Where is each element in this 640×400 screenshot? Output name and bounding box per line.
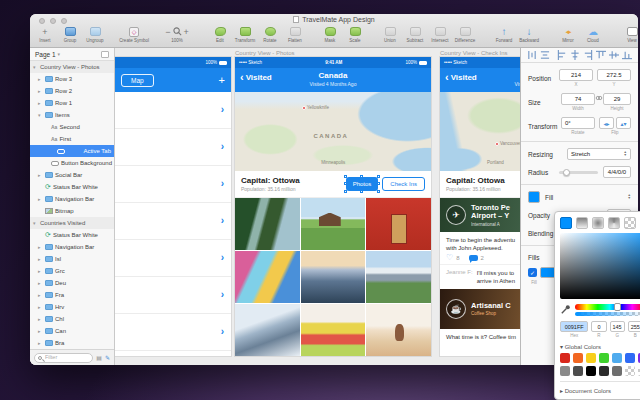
map-tab-button[interactable]: Map <box>121 74 154 87</box>
width-field[interactable]: 74 <box>561 93 595 105</box>
rotate-field[interactable]: 0° <box>561 117 595 129</box>
check-ins-tab-button[interactable]: Check Ins <box>382 177 425 191</box>
layer-status-bar-white-2[interactable]: ⟳Status Bar White <box>30 229 114 241</box>
fill-enabled-checkbox[interactable]: ✓ <box>528 268 537 277</box>
color-swatch[interactable] <box>612 353 622 363</box>
intersect-button[interactable]: Intersect <box>431 26 449 43</box>
distribute-horizontal-icon[interactable] <box>527 50 537 60</box>
pages-icon[interactable]: ▤ <box>96 354 102 361</box>
country-row[interactable]: › <box>115 166 231 203</box>
lock-ratio-icon[interactable] <box>595 94 603 102</box>
height-field[interactable]: 29 <box>603 93 631 105</box>
layer-deu[interactable]: ▸Deu <box>30 277 114 289</box>
mirror-button[interactable]: ◂▸Mirror <box>559 26 577 43</box>
layer-active-tab[interactable]: Active Tab <box>30 145 114 157</box>
layer-second[interactable]: AaSecond <box>30 121 114 133</box>
red-input[interactable]: 0 <box>591 321 606 332</box>
artboard-country-view-photos[interactable]: ••••• Sketch 9:41 AM 100% ‹Visited Canad… <box>235 57 431 356</box>
color-swatch[interactable] <box>599 353 609 363</box>
photo-thumb[interactable] <box>301 198 366 250</box>
photo-thumb[interactable] <box>301 251 366 303</box>
saturation-brightness-picker[interactable] <box>560 233 640 299</box>
insert-button[interactable]: +Insert <box>36 26 54 43</box>
layer-social-bar[interactable]: ▸Social Bar <box>30 169 114 181</box>
color-swatch[interactable] <box>599 366 609 376</box>
panel-toggle-icon[interactable] <box>101 51 109 58</box>
eyedropper-icon[interactable] <box>560 304 571 315</box>
layer-bra[interactable]: ▸Bra <box>30 337 114 349</box>
layer-items[interactable]: ▾Items <box>30 109 114 121</box>
radius-slider[interactable] <box>559 171 598 174</box>
color-swatch[interactable] <box>573 366 583 376</box>
layer-first[interactable]: AaFirst <box>30 133 114 145</box>
layer-artboard-countries-visited[interactable]: ▾Countries Visited <box>30 217 114 229</box>
photo-thumb[interactable] <box>235 198 300 250</box>
photo-thumb[interactable] <box>235 304 300 356</box>
page-selector[interactable]: Page 1▾ <box>30 48 114 61</box>
layer-navigation-bar[interactable]: ▸Navigation Bar <box>30 193 114 205</box>
checkin-card-coffee[interactable]: ☕ Artisanal C Coffee Shop <box>440 289 520 329</box>
position-y-field[interactable]: 272.5 <box>597 69 631 81</box>
linear-gradient-tab[interactable] <box>576 217 588 229</box>
document-colors-header[interactable]: ▸ Document Colors <box>560 387 640 394</box>
union-button[interactable]: Union <box>381 26 399 43</box>
rotate-button[interactable]: Rotate <box>261 26 279 43</box>
alpha-slider[interactable] <box>575 312 640 316</box>
map-canada[interactable]: Yellowknife CANADA Minneapolis <box>235 92 431 171</box>
photo-thumb[interactable] <box>301 304 366 356</box>
align-bottom-icon[interactable] <box>622 50 632 60</box>
layer-artboard-country-view-photos[interactable]: ▾Country View - Photos <box>30 61 114 73</box>
layer-row-3[interactable]: ▸Row 3 <box>30 73 114 85</box>
map-west-coast[interactable]: Vancouver Portland <box>440 92 520 171</box>
add-icon[interactable]: + <box>219 74 225 86</box>
pencil-icon[interactable]: ✎ <box>105 354 110 361</box>
artboard2-label[interactable]: Country View - Photos <box>235 50 295 56</box>
green-input[interactable]: 145 <box>610 321 625 332</box>
layer-isl[interactable]: ▸Isl <box>30 253 114 265</box>
zoom-out-icon[interactable]: − <box>165 27 170 37</box>
difference-button[interactable]: Difference <box>456 26 474 43</box>
group-button[interactable]: Group <box>61 26 79 43</box>
layer-navigation-bar-2[interactable]: ▸Navigation Bar <box>30 241 114 253</box>
resizing-select[interactable]: Stretch▲▼ <box>567 148 631 160</box>
color-swatch[interactable] <box>573 353 583 363</box>
photo-thumb[interactable] <box>366 251 431 303</box>
artboard-country-view-check-ins[interactable]: ••••• Sketch 9:41 AM 100% ‹Visited Canad… <box>440 57 520 356</box>
radial-gradient-tab[interactable] <box>592 217 604 229</box>
hue-slider[interactable] <box>575 304 640 310</box>
angular-gradient-tab[interactable] <box>608 217 620 229</box>
like-icon[interactable]: ♡ <box>446 255 453 261</box>
align-middle-vertical-icon[interactable] <box>609 50 619 60</box>
layer-row-2[interactable]: ▸Row 2 <box>30 85 114 97</box>
layer-button-background[interactable]: Button Background <box>30 157 114 169</box>
color-swatch[interactable] <box>612 366 622 376</box>
layer-status-bar-white[interactable]: ⟳Status Bar White <box>30 181 114 193</box>
distribute-vertical-icon[interactable] <box>540 50 550 60</box>
country-row[interactable]: › <box>115 277 231 314</box>
flip-horizontal-button[interactable]: ◂▸ <box>599 117 614 129</box>
stepper-icon[interactable]: ▲▼ <box>628 194 631 200</box>
layer-chl[interactable]: ▸Chl <box>30 313 114 325</box>
zoom-control[interactable]: −+100% <box>168 26 186 43</box>
transparent-swatch[interactable] <box>625 366 635 376</box>
layer-fra[interactable]: ▸Fra <box>30 289 114 301</box>
align-left-icon[interactable] <box>557 50 567 60</box>
flip-vertical-button[interactable]: ▴▾ <box>616 117 631 129</box>
color-swatch[interactable] <box>586 353 596 363</box>
checkin-card-airport[interactable]: ✈ Toronto PeAirport – Y International A <box>440 198 520 232</box>
color-swatch[interactable] <box>560 366 570 376</box>
forward-button[interactable]: ↑Forward <box>495 26 513 43</box>
color-swatch[interactable] <box>560 353 570 363</box>
fill-color-swatch[interactable] <box>528 191 540 203</box>
artboard-countries-visited[interactable]: 100% Map + › › › › › › › <box>115 57 231 356</box>
photo-thumb[interactable] <box>235 251 300 303</box>
country-row[interactable]: › <box>115 129 231 166</box>
scale-button[interactable]: Scale <box>346 26 364 43</box>
hue-knob[interactable] <box>614 303 621 311</box>
align-top-icon[interactable] <box>596 50 606 60</box>
transform-button[interactable]: Transform <box>236 26 254 43</box>
country-row[interactable]: › <box>115 92 231 129</box>
color-swatch[interactable] <box>586 366 596 376</box>
mask-button[interactable]: Mask <box>321 26 339 43</box>
canvas[interactable]: Country View - Photos Country View - Che… <box>115 48 520 365</box>
